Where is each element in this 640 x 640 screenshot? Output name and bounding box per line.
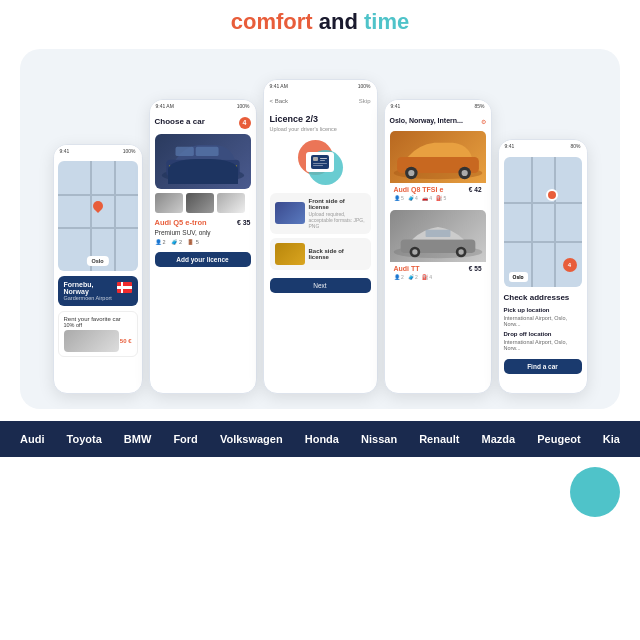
skip-button[interactable]: Skip (359, 98, 371, 109)
car2-svg (390, 210, 486, 262)
front-doc-image (275, 202, 305, 224)
car1-price: € 42 (469, 186, 482, 193)
svg-rect-13 (320, 160, 325, 161)
svg-rect-28 (425, 229, 450, 236)
title-and: and (313, 9, 364, 34)
brand-ford[interactable]: Ford (173, 433, 197, 445)
back-button[interactable]: < Back (270, 98, 289, 104)
status-bar-2: 9:41 AM 100% (150, 100, 256, 112)
car1-name: Audi Q8 TFSI e (394, 186, 444, 193)
phone-car-list: 9:41 85% Oslo, Norway, Intern... ⚙ (384, 99, 492, 394)
brand-audi[interactable]: Audi (20, 433, 44, 445)
pickup-label: Pick up location (504, 307, 582, 313)
brand-mazda[interactable]: Mazda (482, 433, 516, 445)
title-comfort: comfort (231, 9, 313, 34)
add-licence-button[interactable]: Add your licence (155, 252, 251, 267)
user-avatar (570, 467, 620, 517)
car-specs: 👤 2 🧳 2 🚪 5 (155, 239, 251, 245)
promo-off: 10% off (64, 322, 132, 328)
promo-card: Rent your favorite car 10% off 50 € (58, 311, 138, 357)
car-card-1[interactable]: Audi Q8 TFSI e € 42 👤 5 🧳 4 🚗 4 ⛽ 5 (390, 131, 486, 205)
main-car-image (155, 134, 251, 189)
id-card-svg (311, 155, 329, 169)
luggage-spec: 🧳 2 (171, 239, 183, 245)
car-image-2 (390, 210, 486, 262)
location-card: Fornebu, Norway Gardermoen Airport (58, 276, 138, 306)
brand-honda[interactable]: Honda (305, 433, 339, 445)
car-price: € 35 (237, 219, 251, 226)
car-thumb-1[interactable] (155, 193, 183, 213)
phone-check-addresses: 9:41 80% 4 Oslo Check addresses Pick up … (498, 139, 588, 394)
promo-car-image (64, 330, 119, 352)
status-bar-4: 9:41 85% (385, 100, 491, 112)
front-doc-card: Front side of license Upload required, a… (270, 193, 371, 234)
location-title: Fornebu, Norway (64, 281, 117, 295)
dropoff-value: International Airport, Oslo, Norw... (504, 339, 582, 351)
car-thumb-3[interactable] (217, 193, 245, 213)
svg-rect-14 (313, 163, 327, 164)
doors-spec: 🚪 5 (187, 239, 199, 245)
title-time: time (364, 9, 409, 34)
pickup-value: International Airport, Oslo, Norw... (504, 315, 582, 327)
filter-icon[interactable]: ⚙ (481, 118, 486, 125)
car-thumbnails (155, 193, 251, 213)
car-count-badge: 4 (239, 117, 251, 129)
back-doc-label: Back side of license (309, 248, 366, 260)
phone-licence: 9:41 AM 100% < Back Skip Licence 2/3 Upl… (263, 79, 378, 394)
location-sub: Gardermoen Airport (64, 295, 132, 301)
map-city-label: Oslo (509, 272, 528, 282)
brand-kia[interactable]: Kia (603, 433, 620, 445)
brand-toyota[interactable]: Toyota (67, 433, 102, 445)
status-bar-5: 9:41 80% (499, 140, 587, 152)
check-addresses-title: Check addresses (504, 293, 582, 302)
front-doc-sub: Upload required, acceptable formats: JPG… (309, 211, 366, 229)
svg-rect-11 (313, 157, 318, 161)
brand-renault[interactable]: Renault (419, 433, 459, 445)
licence-blob (293, 140, 348, 185)
car-thumb-2[interactable] (186, 193, 214, 213)
promo-price: 50 € (120, 338, 132, 344)
phone-choose-car: 9:41 AM 100% Choose a car 4 (149, 99, 257, 394)
next-button[interactable]: Next (270, 278, 371, 293)
phone-showcase: 9:41 100% Oslo Fornebu, Norway Gardermoe… (20, 49, 620, 409)
car2-price: € 55 (469, 265, 482, 272)
car1-specs: 👤 5 🧳 4 🚗 4 ⛽ 5 (394, 195, 482, 201)
brand-volkswagen[interactable]: Volkswagen (220, 433, 283, 445)
brand-nissan[interactable]: Nissan (361, 433, 397, 445)
brand-bar: Audi Toyota BMW Ford Volkswagen Honda Ni… (0, 421, 640, 457)
svg-rect-15 (313, 165, 323, 166)
car2-specs: 👤 2 🧳 2 ⛽ 4 (394, 274, 482, 280)
status-bar-1: 9:41 100% (54, 145, 142, 157)
car1-svg (390, 131, 486, 183)
find-car-button[interactable]: Find a car (504, 359, 582, 374)
oslo-label: Oslo (86, 256, 108, 266)
car-image-1 (390, 131, 486, 183)
licence-step-label: Licence 2/3 (270, 114, 371, 124)
header: comfort and time (0, 0, 640, 49)
svg-point-27 (458, 249, 463, 254)
status-bar-3: 9:41 AM 100% (264, 80, 377, 92)
licence-sub-label: Upload your driver's licence (270, 126, 371, 132)
back-doc-image (275, 243, 305, 265)
licence-card-icon (306, 152, 334, 172)
svg-point-5 (223, 173, 229, 179)
brand-bmw[interactable]: BMW (124, 433, 152, 445)
car-desc: Premium SUV, only (155, 229, 251, 236)
car-card-2[interactable]: Audi TT € 55 👤 2 🧳 2 ⛽ 4 (390, 210, 486, 284)
svg-point-4 (220, 170, 231, 181)
choose-car-title: Choose a car (155, 117, 205, 126)
brand-peugeot[interactable]: Peugeot (537, 433, 580, 445)
car-svg (155, 134, 251, 189)
car-name: Audi Q5 e-tron (155, 218, 207, 227)
dropoff-label: Drop off location (504, 331, 582, 337)
svg-rect-7 (175, 146, 193, 155)
car-list-location: Oslo, Norway, Intern... (390, 117, 463, 124)
svg-rect-1 (166, 159, 239, 176)
svg-rect-6 (195, 146, 218, 155)
svg-rect-8 (232, 165, 237, 169)
page-title: comfort and time (20, 8, 620, 37)
svg-rect-9 (169, 165, 174, 169)
seats-spec: 👤 2 (155, 239, 166, 245)
back-doc-card: Back side of license (270, 238, 371, 270)
map-pin-icon (90, 199, 104, 213)
